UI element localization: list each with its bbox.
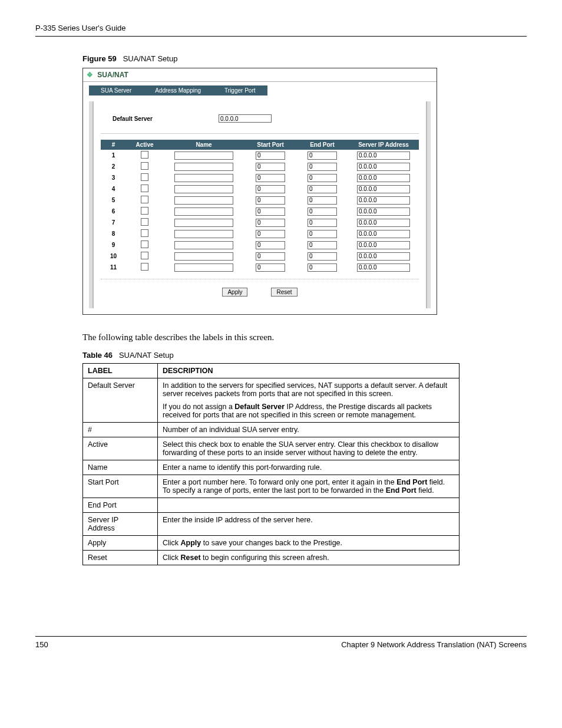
name-input[interactable] bbox=[174, 252, 233, 261]
figure-caption: Figure 59 SUA/NAT Setup bbox=[82, 54, 527, 63]
name-input[interactable] bbox=[174, 174, 233, 182]
start-port-input[interactable] bbox=[256, 230, 285, 238]
end-port-input[interactable] bbox=[308, 174, 337, 182]
row-ip bbox=[348, 206, 419, 217]
name-input[interactable] bbox=[174, 163, 233, 171]
end-port-input[interactable] bbox=[308, 219, 337, 227]
server-ip-input[interactable] bbox=[357, 230, 410, 238]
table-row: 1 bbox=[101, 150, 419, 161]
end-port-input[interactable] bbox=[308, 163, 337, 171]
table-row: 3 bbox=[101, 172, 419, 183]
row-name bbox=[163, 228, 244, 239]
start-port-input[interactable] bbox=[256, 241, 285, 249]
end-port-input[interactable] bbox=[308, 151, 337, 160]
row-apply: Apply Click Apply to save your changes b… bbox=[83, 536, 459, 551]
cell-desc: Click Reset to begin configuring this sc… bbox=[158, 551, 459, 565]
start-port-input[interactable] bbox=[256, 263, 285, 272]
start-port-input[interactable] bbox=[256, 163, 285, 171]
cell-desc: Number of an individual SUA server entry… bbox=[158, 423, 459, 437]
table-row: 11 bbox=[101, 262, 419, 273]
server-ip-input[interactable] bbox=[357, 196, 410, 205]
name-input[interactable] bbox=[174, 196, 233, 205]
end-port-input[interactable] bbox=[308, 241, 337, 249]
table-row: 7 bbox=[101, 217, 419, 228]
server-ip-input[interactable] bbox=[357, 263, 410, 272]
row-end bbox=[296, 195, 348, 206]
txt: Enter a port number here. To forward onl… bbox=[163, 478, 396, 486]
start-port-input[interactable] bbox=[256, 151, 285, 160]
row-active: Active Select this check box to enable t… bbox=[83, 437, 459, 460]
name-input[interactable] bbox=[174, 219, 233, 227]
active-checkbox[interactable] bbox=[141, 241, 148, 248]
active-checkbox[interactable] bbox=[141, 252, 148, 259]
active-checkbox[interactable] bbox=[141, 162, 148, 170]
txt: Click bbox=[163, 539, 181, 547]
start-port-input[interactable] bbox=[256, 185, 285, 193]
row-active bbox=[126, 262, 163, 273]
start-port-input[interactable] bbox=[256, 174, 285, 182]
page-number: 150 bbox=[35, 640, 48, 649]
server-ip-input[interactable] bbox=[357, 252, 410, 261]
name-input[interactable] bbox=[174, 207, 233, 216]
active-checkbox[interactable] bbox=[141, 173, 148, 181]
row-end bbox=[296, 150, 348, 161]
name-input[interactable] bbox=[174, 241, 233, 249]
active-checkbox[interactable] bbox=[141, 207, 148, 215]
end-port-input[interactable] bbox=[308, 230, 337, 238]
server-ip-input[interactable] bbox=[357, 174, 410, 182]
row-end bbox=[296, 228, 348, 239]
active-checkbox[interactable] bbox=[141, 185, 148, 192]
table-row: 5 bbox=[101, 195, 419, 206]
row-end bbox=[296, 183, 348, 195]
active-checkbox[interactable] bbox=[141, 218, 148, 226]
start-port-input[interactable] bbox=[256, 252, 285, 261]
bold: Reset bbox=[181, 554, 201, 562]
name-input[interactable] bbox=[174, 151, 233, 160]
tab-sua-server[interactable]: SUA Server bbox=[89, 85, 143, 95]
row-num: 7 bbox=[101, 217, 126, 228]
cell-label: Reset bbox=[83, 551, 158, 565]
name-input[interactable] bbox=[174, 263, 233, 272]
end-port-input[interactable] bbox=[308, 185, 337, 193]
table-caption: Table 46 SUA/NAT Setup bbox=[82, 351, 527, 360]
table-row: 2 bbox=[101, 161, 419, 172]
active-checkbox[interactable] bbox=[141, 229, 148, 237]
active-checkbox[interactable] bbox=[141, 196, 148, 203]
row-name bbox=[163, 161, 244, 172]
server-ip-input[interactable] bbox=[357, 151, 410, 160]
txt: Click bbox=[163, 554, 181, 562]
start-port-input[interactable] bbox=[256, 196, 285, 205]
page-header: P-335 Series User's Guide bbox=[35, 24, 527, 37]
end-port-input[interactable] bbox=[308, 263, 337, 272]
row-end bbox=[296, 206, 348, 217]
end-port-input[interactable] bbox=[308, 252, 337, 261]
row-end bbox=[296, 251, 348, 262]
desc-p1: In addition to the servers for specified… bbox=[163, 381, 454, 398]
tab-address-mapping[interactable]: Address Mapping bbox=[143, 85, 213, 95]
default-server-label: Default Server bbox=[113, 116, 219, 122]
tab-trigger-port[interactable]: Trigger Port bbox=[213, 85, 267, 95]
apply-button[interactable]: Apply bbox=[222, 288, 247, 297]
name-input[interactable] bbox=[174, 230, 233, 238]
button-row: Apply Reset bbox=[101, 279, 419, 302]
reset-button[interactable]: Reset bbox=[271, 288, 297, 297]
server-ip-input[interactable] bbox=[357, 185, 410, 193]
end-port-input[interactable] bbox=[308, 196, 337, 205]
col-name: Name bbox=[163, 140, 244, 150]
active-checkbox[interactable] bbox=[141, 151, 148, 159]
server-ip-input[interactable] bbox=[357, 219, 410, 227]
server-ip-input[interactable] bbox=[357, 207, 410, 216]
table-row: 6 bbox=[101, 206, 419, 217]
txt: to save your changes back to the Prestig… bbox=[201, 539, 342, 547]
default-server-input[interactable] bbox=[219, 114, 272, 123]
name-input[interactable] bbox=[174, 185, 233, 193]
active-checkbox[interactable] bbox=[141, 263, 148, 271]
row-name bbox=[163, 239, 244, 251]
start-port-input[interactable] bbox=[256, 207, 285, 216]
end-port-input[interactable] bbox=[308, 207, 337, 216]
server-ip-input[interactable] bbox=[357, 241, 410, 249]
start-port-input[interactable] bbox=[256, 219, 285, 227]
server-ip-input[interactable] bbox=[357, 163, 410, 171]
row-num: 6 bbox=[101, 206, 126, 217]
screenshot-panel: ❖ SUA/NAT SUA Server Address Mapping Tri… bbox=[82, 68, 437, 315]
